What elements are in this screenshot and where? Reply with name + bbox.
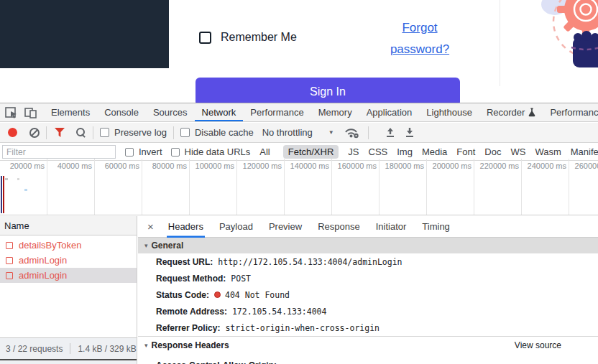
filter-type-doc[interactable]: Doc [484, 146, 501, 157]
throttling-select[interactable]: No throttling [262, 127, 313, 138]
transferred-size: 1.4 kB / 329 kB [78, 344, 136, 354]
request-detail-pane: × Headers Payload Preview Response Initi… [138, 216, 598, 364]
request-row-selected[interactable]: adminLogin [0, 268, 137, 283]
filter-type-manifest[interactable]: Manifest [571, 146, 598, 157]
device-toolbar-icon[interactable] [24, 107, 37, 118]
filter-type-css[interactable]: CSS [369, 146, 388, 157]
timeline-tick: 240000 ms [522, 162, 566, 170]
timeline-tick: 120000 ms [237, 162, 282, 170]
kv-value: 172.105.54.133:4004 [232, 307, 327, 317]
filter-type-js[interactable]: JS [348, 146, 359, 157]
kv-value: strict-origin-when-cross-origin [225, 323, 380, 333]
tab-performance[interactable]: Performance [243, 103, 310, 122]
status-error-dot-icon [214, 291, 221, 298]
filter-type-media[interactable]: Media [422, 146, 447, 157]
forgot-password-link[interactable]: Forgot password? [378, 17, 461, 60]
collapse-arrow-icon: ▾ [144, 242, 148, 249]
import-har-icon[interactable] [385, 127, 395, 138]
filter-icon[interactable] [55, 128, 65, 137]
file-icon [6, 242, 13, 249]
gear-illustration [528, 0, 598, 69]
detail-tab-initiator[interactable]: Initiator [374, 216, 408, 238]
section-title: Response Headers [152, 340, 229, 350]
record-button[interactable] [8, 128, 17, 137]
tab-recorder[interactable]: Recorder [479, 103, 543, 122]
header-row-request-method: Request Method: POST [138, 270, 598, 286]
devtools-panel: Elements Console Sources Network Perform… [0, 103, 598, 364]
checkbox-icon[interactable] [171, 148, 180, 157]
request-name: adminLogin [19, 270, 67, 281]
header-row-access-control-allow-origin: Access-Control-Allow-Origin: [138, 360, 598, 364]
filter-type-ws[interactable]: WS [510, 146, 525, 157]
devtools-tabbar: Elements Console Sources Network Perform… [0, 103, 598, 122]
sign-in-button[interactable]: Sign In [196, 78, 460, 106]
checkbox-icon[interactable] [180, 128, 190, 137]
search-icon[interactable] [75, 127, 86, 138]
timeline-tick: 80000 ms [142, 162, 187, 170]
waterfall-request-bar [3, 176, 4, 213]
invert-checkbox[interactable]: Invert [125, 146, 162, 157]
window-edge [0, 359, 137, 360]
detail-tab-timing[interactable]: Timing [420, 216, 451, 238]
detail-tab-preview[interactable]: Preview [267, 216, 303, 238]
detail-tab-payload[interactable]: Payload [218, 216, 254, 238]
tab-console[interactable]: Console [97, 103, 146, 122]
login-page: Remember Me Forgot password? Sign In [0, 0, 598, 103]
checkbox-icon[interactable] [100, 128, 109, 137]
chevron-down-icon[interactable]: ▼ [328, 129, 334, 136]
network-conditions-icon[interactable] [344, 126, 359, 139]
timeline-tick: 220000 ms [474, 162, 519, 170]
header-row-referrer-policy: Referrer Policy: strict-origin-when-cros… [138, 319, 598, 336]
tab-memory[interactable]: Memory [311, 103, 359, 122]
inspect-element-icon[interactable] [5, 107, 18, 118]
tab-elements[interactable]: Elements [44, 103, 97, 122]
file-icon [6, 257, 13, 264]
disable-cache-checkbox[interactable]: Disable cache [180, 127, 254, 138]
toolbar-separator [46, 126, 47, 139]
login-divider [500, 0, 500, 86]
detail-tab-headers[interactable]: Headers [167, 216, 205, 238]
remember-me-checkbox[interactable] [199, 32, 211, 44]
disable-cache-label: Disable cache [195, 127, 254, 138]
filter-type-fetch-xhr[interactable]: Fetch/XHR [283, 145, 339, 159]
kv-label: Request URL: [156, 257, 213, 267]
kv-label: Remote Address: [156, 307, 227, 317]
tab-performance-insights[interactable]: Performance [543, 103, 598, 122]
request-row[interactable]: detailsByToken [0, 238, 137, 253]
general-section-header[interactable]: ▾ General [138, 238, 598, 253]
tab-network[interactable]: Network [195, 103, 244, 122]
filter-type-font[interactable]: Font [456, 146, 475, 157]
filter-type-img[interactable]: Img [397, 146, 413, 157]
detail-tabbar: × Headers Payload Preview Response Initi… [138, 216, 598, 238]
remember-me-group[interactable]: Remember Me [199, 31, 297, 44]
tab-lighthouse[interactable]: Lighthouse [419, 103, 479, 122]
filter-type-all[interactable]: All [259, 146, 270, 157]
filter-type-wasm[interactable]: Wasm [535, 146, 561, 157]
timeline-tick: 100000 ms [190, 162, 234, 170]
clear-icon[interactable] [29, 128, 40, 138]
response-headers-section-header[interactable]: ▾ Response Headers View source [138, 337, 598, 354]
tab-application[interactable]: Application [359, 103, 420, 122]
toolbar-separator [93, 126, 93, 139]
summary-separator [70, 343, 70, 354]
header-row-status-code: Status Code: 404 Not Found [138, 286, 598, 303]
checkbox-icon[interactable] [125, 148, 134, 157]
filter-input[interactable] [2, 145, 116, 159]
close-icon[interactable]: × [147, 220, 154, 233]
header-row-remote-address: Remote Address: 172.105.54.133:4004 [138, 303, 598, 319]
detail-tab-response[interactable]: Response [316, 216, 362, 238]
header-row-request-url: Request URL: http://172.105.54.133:4004/… [138, 253, 598, 270]
view-source-link[interactable]: View source [515, 340, 561, 350]
timeline-overview[interactable]: 20000 ms 40000 ms 60000 ms 80000 ms 1000… [0, 159, 598, 215]
column-header-name[interactable]: Name [0, 216, 137, 235]
export-har-icon[interactable] [405, 127, 415, 138]
request-row[interactable]: adminLogin [0, 253, 137, 268]
hide-data-urls-checkbox[interactable]: Hide data URLs [171, 146, 251, 157]
timeline-tick: 260000 ms [569, 162, 598, 170]
tab-sources[interactable]: Sources [146, 103, 195, 122]
preserve-log-checkbox[interactable]: Preserve log [100, 127, 167, 138]
timeline-tick: 40000 ms [47, 162, 92, 170]
request-name: detailsByToken [19, 240, 81, 251]
kv-value: 404 Not Found [225, 290, 290, 300]
network-toolbar: Preserve log Disable cache No throttling… [0, 123, 598, 143]
